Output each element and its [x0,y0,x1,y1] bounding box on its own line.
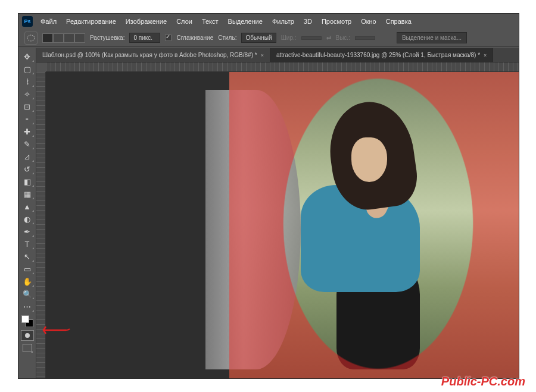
menu-3d[interactable]: 3D [300,16,316,27]
move-tool[interactable]: ✥ [20,51,35,62]
canvas-area[interactable] [46,72,519,378]
style-dropdown[interactable]: Обычный [241,33,276,43]
menu-edit[interactable]: Редактирование [62,16,120,27]
color-swatch[interactable] [21,315,33,327]
menu-filter[interactable]: Фильтр [268,16,298,27]
selection-new[interactable] [42,33,53,43]
quick-mask-overlay [229,72,519,378]
current-tool-icon[interactable] [24,32,38,45]
history-brush-tool[interactable]: ↺ [20,163,35,175]
lasso-tool[interactable]: ⌇ [20,76,35,87]
menu-layer[interactable]: Слои [172,16,197,27]
foreground-color[interactable] [21,315,29,323]
menu-type[interactable]: Текст [198,16,223,27]
edit-toolbar-tool[interactable]: ⋯ [20,300,35,312]
tab-document-1[interactable]: Шаблон.psd @ 100% (Как размыть края у фо… [36,48,270,62]
screen-mode-button[interactable] [23,344,32,352]
menu-view[interactable]: Просмотр [317,16,356,27]
document-tabs: Шаблон.psd @ 100% (Как размыть края у фо… [36,48,519,62]
eyedropper-tool[interactable]: ⁃ [20,113,35,125]
magic-wand-tool[interactable]: ✧ [20,88,35,100]
select-and-mask-button[interactable]: Выделение и маска... [397,32,467,43]
tab-label: attractive-beautiful-beauty-1933760.jpg … [276,52,480,58]
feather-input[interactable]: 0 пикс. [129,33,160,43]
brush-tool[interactable]: ✎ [20,138,35,150]
eraser-tool[interactable]: ◧ [20,175,35,187]
ps-logo: Ps [22,16,33,27]
menu-image[interactable]: Изображение [121,16,171,27]
ruler-vertical[interactable] [36,72,46,378]
selection-add[interactable] [53,33,64,43]
feather-label: Растушевка: [90,35,124,41]
menu-bar: Файл Редактирование Изображение Слои Тек… [36,15,416,28]
options-bar: Растушевка: 0 пикс. Сглаживание Стиль: О… [18,29,519,47]
width-label: Шир.: [281,35,297,41]
selection-subtract[interactable] [64,33,74,43]
width-input [301,36,322,40]
ruler-horizontal[interactable] [46,62,519,72]
blur-tool[interactable]: ▲ [20,200,35,212]
menu-window[interactable]: Окно [357,16,381,27]
tab-document-2[interactable]: attractive-beautiful-beauty-1933760.jpg … [270,48,493,62]
pen-tool[interactable]: ✒ [20,225,35,237]
hand-tool[interactable]: ✋ [20,275,35,287]
type-tool[interactable]: T [20,238,35,250]
zoom-tool[interactable]: 🔍 [20,288,35,300]
document[interactable] [229,72,519,378]
healing-tool[interactable]: ✚ [20,126,35,137]
path-select-tool[interactable]: ↖ [20,250,35,262]
app-window: Ps Файл Редактирование Изображение Слои … [18,13,519,379]
selection-mode-buttons[interactable] [42,33,85,43]
rectangle-tool[interactable]: ▭ [20,263,35,275]
crop-tool[interactable]: ⊡ [20,101,35,112]
gradient-tool[interactable]: ▦ [20,188,35,200]
height-input [355,36,375,40]
stamp-tool[interactable]: ⊿ [20,150,35,162]
height-label: Выс.: [336,35,350,41]
menu-file[interactable]: Файл [36,16,61,27]
menu-help[interactable]: Справка [382,16,416,27]
close-icon[interactable]: × [261,52,264,58]
antialias-checkbox[interactable] [165,35,172,41]
menu-select[interactable]: Выделение [224,16,267,27]
style-label: Стиль: [218,35,236,41]
tools-panel: ✥▢⌇✧⊡⁃✚✎⊿↺◧▦▲◐✒T↖▭✋🔍⋯ [18,48,36,378]
svg-point-0 [27,35,35,41]
watermark: Public-PC.com [441,375,525,388]
marquee-tool[interactable]: ▢ [20,63,35,75]
tab-label: Шаблон.psd @ 100% (Как размыть края у фо… [42,52,257,58]
close-icon[interactable]: × [484,52,487,58]
dodge-tool[interactable]: ◐ [20,213,35,225]
quick-mask-toggle[interactable] [21,330,34,341]
selection-intersect[interactable] [74,33,85,43]
antialias-label: Сглаживание [176,35,213,41]
